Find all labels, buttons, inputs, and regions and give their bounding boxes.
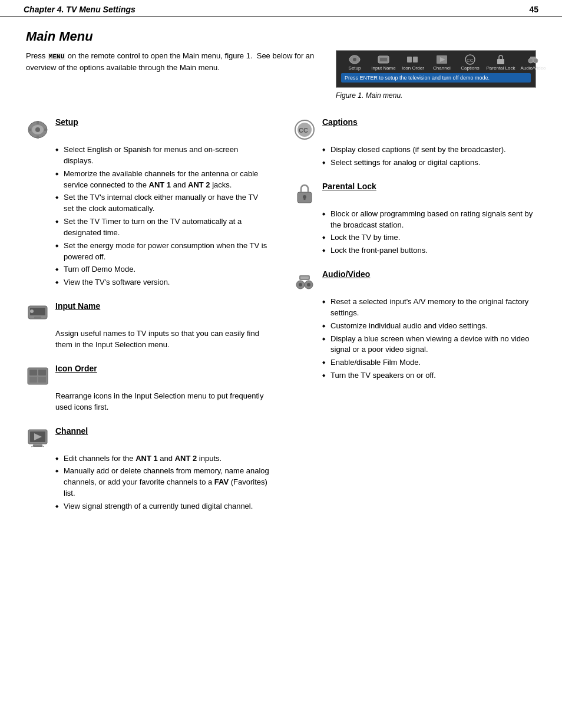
tab-channel: Channel (428, 54, 455, 71)
svg-point-12 (533, 58, 538, 63)
section-channel: Channel Edit channels for the ANT 1 and … (26, 426, 269, 512)
audio-video-icon (293, 271, 316, 293)
tab-input-name: Input Name (369, 54, 398, 71)
list-item: Manually add or delete channels from mem… (55, 466, 269, 499)
svg-point-1 (353, 58, 356, 61)
svg-rect-17 (37, 121, 39, 124)
svg-rect-28 (29, 377, 37, 383)
tab-parental-lock-label: Parental Lock (485, 65, 517, 71)
section-setup-content: Select English or Spanish for menus and … (55, 144, 269, 288)
section-icon-order-title: Icon Order (55, 364, 269, 373)
intro-paragraph: Press MENU on the remote control to open… (26, 50, 318, 73)
section-input-name: Input Name Assign useful names to TV inp… (26, 301, 269, 351)
svg-point-16 (35, 127, 40, 132)
section-captions-title: Captions (322, 117, 536, 127)
svg-rect-20 (44, 129, 47, 131)
svg-rect-27 (38, 370, 46, 375)
svg-rect-39 (304, 197, 306, 200)
svg-rect-4 (407, 57, 412, 62)
list-item: Set the TV Timer to turn on the TV autom… (55, 216, 269, 239)
menu-bar-text: Press ENTER to setup the television and … (341, 73, 531, 83)
body-columns: Setup Select English or Spanish for menu… (26, 117, 536, 525)
svg-rect-26 (29, 370, 37, 375)
list-item: Lock the TV by time. (322, 232, 536, 243)
setup-icon (26, 118, 49, 141)
tab-setup: Setup (341, 54, 368, 71)
section-captions-content: Display closed captions (if sent by the … (322, 144, 536, 169)
input-name-icon (26, 302, 49, 325)
captions-bullet-list: Display closed captions (if sent by the … (322, 144, 536, 169)
section-icon-order-title-area: Icon Order (55, 364, 269, 375)
section-channel-header: Channel (26, 426, 269, 450)
intro-image-area: Setup Input Name (336, 50, 536, 100)
section-icon-order-content: Rearrange icons in the Input Selection m… (55, 391, 269, 413)
chapter-title: Chapter 4. TV Menu Settings (24, 5, 135, 14)
list-item: Turn off Demo Mode. (55, 264, 269, 275)
section-audio-video-title: Audio/Video (322, 269, 536, 279)
parental-lock-bullet-list: Block or allow programming based on rati… (322, 209, 536, 256)
setup-bullet-list: Select English or Spanish for menus and … (55, 144, 269, 288)
list-item: Set the TV's internal clock either manua… (55, 192, 269, 215)
left-column: Setup Select English or Spanish for menu… (26, 117, 269, 525)
section-setup-title: Setup (55, 117, 269, 127)
input-name-text: Assign useful names to TV inputs so that… (55, 328, 269, 351)
list-item: Select settings for analog or digital ca… (322, 157, 536, 169)
intro-text: Press MENU on the remote control to open… (26, 50, 318, 100)
list-item: Select English or Spanish for menus and … (55, 144, 269, 167)
section-audio-video-content: Reset a selected input's A/V memory to t… (322, 297, 536, 381)
menu-screenshot: Setup Input Name (336, 50, 536, 88)
list-item: Memorize the available channels for the … (55, 169, 269, 191)
svg-rect-18 (37, 136, 39, 139)
list-item: Lock the front-panel buttons. (322, 245, 536, 256)
section-setup-title-area: Setup (55, 117, 269, 129)
section-audio-video-title-area: Audio/Video (322, 269, 536, 281)
list-item: Customize individual audio and video set… (322, 321, 536, 332)
icon-order-text: Rearrange icons in the Input Selection m… (55, 391, 269, 413)
section-input-name-title-area: Input Name (55, 301, 269, 313)
tab-setup-label: Setup (341, 65, 368, 71)
list-item: Enable/disable Film Mode. (322, 357, 536, 368)
section-parental-lock-title: Parental Lock (322, 182, 536, 191)
tab-input-name-label: Input Name (369, 65, 398, 71)
svg-rect-3 (380, 58, 387, 61)
svg-text:CC: CC (299, 127, 308, 134)
tab-icon-order-label: Icon Order (399, 65, 427, 71)
section-input-name-header: Input Name (26, 301, 269, 325)
intro-section: Press MENU on the remote control to open… (26, 50, 536, 100)
section-setup-header: Setup (26, 117, 269, 141)
section-channel-title: Channel (55, 426, 269, 436)
svg-text:CC: CC (467, 58, 474, 63)
list-item: Edit channels for the ANT 1 and ANT 2 in… (55, 453, 269, 465)
svg-rect-23 (34, 317, 41, 319)
section-parental-lock-title-area: Parental Lock (322, 182, 536, 193)
main-menu-title: Main Menu (26, 29, 536, 44)
tab-channel-label: Channel (428, 65, 455, 71)
list-item: View the TV's software version. (55, 277, 269, 288)
svg-point-11 (528, 58, 533, 63)
section-channel-content: Edit channels for the ANT 1 and ANT 2 in… (55, 453, 269, 512)
section-input-name-content: Assign useful names to TV inputs so that… (55, 328, 269, 351)
list-item: View signal strength of a currently tune… (55, 501, 269, 512)
captions-icon: CC (293, 118, 316, 141)
tab-icon-order: Icon Order (399, 54, 427, 71)
section-parental-lock: Parental Lock Block or allow programming… (293, 182, 536, 256)
svg-rect-5 (413, 57, 418, 62)
page-header: Chapter 4. TV Menu Settings 45 (0, 0, 562, 17)
section-parental-lock-content: Block or allow programming based on rati… (322, 209, 536, 256)
section-captions-title-area: Captions (322, 117, 536, 129)
svg-point-24 (30, 309, 34, 313)
tab-captions: CC Captions (457, 54, 484, 71)
list-item: Display a blue screen when viewing a dev… (322, 334, 536, 356)
section-audio-video: Audio/Video Reset a selected input's A/V… (293, 269, 536, 381)
svg-rect-29 (38, 377, 46, 383)
figure-caption: Figure 1. Main menu. (336, 91, 536, 100)
section-captions-header: CC Captions (293, 117, 536, 141)
section-icon-order: Icon Order Rearrange icons in the Input … (26, 364, 269, 413)
svg-rect-45 (300, 276, 309, 279)
section-captions: CC Captions Display closed captions (if … (293, 117, 536, 169)
svg-rect-10 (497, 59, 504, 64)
tab-captions-label: Captions (457, 65, 484, 71)
parental-lock-icon (293, 183, 316, 205)
svg-rect-13 (530, 57, 536, 59)
svg-rect-19 (28, 129, 31, 131)
